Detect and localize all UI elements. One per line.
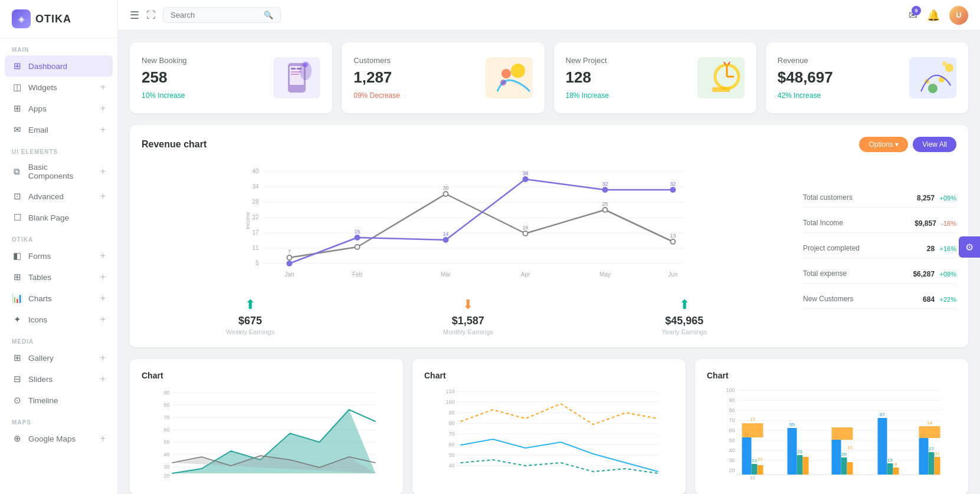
sidebar-item-gallery[interactable]: ⊞ Gallery + bbox=[0, 347, 117, 368]
sidebar-item-timeline[interactable]: ⊙ Timeline bbox=[0, 390, 117, 411]
svg-rect-142 bbox=[919, 438, 929, 475]
timeline-icon: ⊙ bbox=[12, 395, 22, 406]
section-label-maps: MAPS bbox=[0, 411, 117, 428]
options-button[interactable]: Options ▾ bbox=[859, 137, 908, 152]
sidebar-item-advanced[interactable]: ⊡ Advanced + bbox=[0, 186, 117, 207]
svg-text:16: 16 bbox=[522, 225, 528, 230]
mini-chart-2-svg: 110 100 90 80 70 60 50 40 bbox=[424, 386, 674, 480]
mail-badge: 9 bbox=[912, 6, 921, 15]
gallery-plus-icon[interactable]: + bbox=[100, 353, 106, 363]
view-all-button[interactable]: View All bbox=[913, 137, 956, 152]
sidebar-item-email[interactable]: ✉ Email + bbox=[0, 119, 117, 140]
sidebar-label-timeline: Timeline bbox=[28, 396, 58, 405]
email-plus-icon[interactable]: + bbox=[100, 124, 106, 135]
weekly-earnings-icon: ⬆ bbox=[226, 297, 274, 312]
svg-text:Apr: Apr bbox=[521, 271, 530, 278]
google-maps-icon: ⊕ bbox=[12, 433, 22, 444]
sliders-icon: ⊟ bbox=[12, 374, 22, 384]
logo-icon: ◈ bbox=[12, 9, 31, 28]
sidebar-item-widgets[interactable]: ◫ Widgets + bbox=[0, 77, 117, 98]
sidebar-item-tables[interactable]: ⊞ Tables + bbox=[0, 266, 117, 288]
charts-plus-icon[interactable]: + bbox=[100, 293, 106, 304]
stat-total-expense: Total expense $6,287 +09% bbox=[803, 264, 956, 284]
yearly-earnings-value: $45,965 bbox=[662, 315, 707, 327]
sliders-plus-icon[interactable]: + bbox=[100, 374, 106, 384]
svg-text:40: 40 bbox=[163, 452, 169, 457]
sidebar-item-sliders[interactable]: ⊟ Sliders + bbox=[0, 368, 117, 390]
sidebar-item-blank-page[interactable]: ☐ Blank Page bbox=[0, 207, 117, 228]
menu-icon[interactable]: ☰ bbox=[130, 9, 139, 22]
svg-point-45 bbox=[444, 192, 448, 196]
forms-plus-icon[interactable]: + bbox=[100, 251, 106, 261]
yearly-earnings-label: Yearly Earnings bbox=[662, 328, 707, 335]
basic-components-plus-icon[interactable]: + bbox=[100, 166, 106, 177]
weekly-earnings-value: $675 bbox=[226, 315, 274, 327]
advanced-plus-icon[interactable]: + bbox=[100, 191, 106, 202]
widgets-plus-icon[interactable]: + bbox=[100, 82, 106, 93]
svg-text:50: 50 bbox=[729, 437, 735, 443]
sidebar-label-sliders: Sliders bbox=[28, 375, 53, 384]
svg-text:80: 80 bbox=[448, 420, 454, 426]
chart-buttons: Options ▾ View All bbox=[859, 137, 956, 152]
svg-rect-146 bbox=[935, 457, 940, 475]
widgets-icon: ◫ bbox=[12, 82, 22, 93]
svg-text:90: 90 bbox=[729, 397, 735, 403]
sidebar-item-charts[interactable]: 📊 Charts + bbox=[0, 288, 117, 309]
sidebar-item-google-maps[interactable]: ⊕ Google Maps + bbox=[0, 428, 117, 449]
svg-text:13: 13 bbox=[752, 458, 757, 463]
sidebar-label-gallery: Gallery bbox=[28, 354, 54, 363]
mini-chart-1: Chart 90 80 70 60 50 40 30 20 bbox=[130, 359, 403, 494]
svg-text:20: 20 bbox=[729, 467, 735, 473]
sidebar-label-icons: Icons bbox=[28, 315, 47, 324]
svg-text:100: 100 bbox=[445, 399, 454, 405]
sidebar-item-dashboard[interactable]: ⊞ Dashboard bbox=[5, 55, 113, 77]
svg-rect-116 bbox=[742, 437, 752, 475]
monthly-earnings-label: Monthly Earnings bbox=[443, 328, 493, 335]
weekly-earnings: ⬆ $675 Weekly Earnings bbox=[226, 297, 274, 335]
tables-plus-icon[interactable]: + bbox=[100, 272, 106, 282]
basic-components-icon: ⧉ bbox=[12, 166, 22, 177]
svg-rect-118 bbox=[752, 464, 758, 475]
sidebar-item-forms[interactable]: ◧ Forms + bbox=[0, 245, 117, 266]
icons-plus-icon[interactable]: + bbox=[100, 314, 106, 325]
google-maps-plus-icon[interactable]: + bbox=[100, 433, 106, 444]
svg-text:14: 14 bbox=[443, 231, 448, 237]
svg-point-50 bbox=[355, 235, 360, 241]
logo-text: OTIKA bbox=[35, 13, 71, 25]
stat-card-title-booking: New Booking bbox=[142, 56, 187, 65]
svg-text:60: 60 bbox=[163, 427, 169, 433]
expand-icon[interactable]: ⛶ bbox=[146, 10, 156, 21]
stat-card-change-booking: 10% Increase bbox=[142, 91, 187, 100]
svg-point-58 bbox=[670, 187, 676, 193]
stat-card-value-customers: 1,287 bbox=[353, 68, 400, 87]
stat-new-customers: New Customers 684 +22% bbox=[803, 289, 956, 309]
stat-card-illus-customers bbox=[486, 57, 533, 98]
stat-card-change-project: 18% Increase bbox=[566, 91, 609, 100]
tables-icon: ⊞ bbox=[12, 272, 22, 282]
svg-rect-136 bbox=[878, 418, 887, 475]
stat-card-revenue: Revenue $48,697 42% Increase bbox=[766, 42, 968, 113]
svg-text:90: 90 bbox=[163, 390, 169, 396]
sidebar-item-icons[interactable]: ✦ Icons + bbox=[0, 309, 117, 330]
search-box[interactable]: 🔍 bbox=[163, 7, 281, 23]
apps-plus-icon[interactable]: + bbox=[100, 103, 106, 114]
svg-point-52 bbox=[443, 237, 449, 243]
sidebar-label-google-maps: Google Maps bbox=[28, 434, 76, 443]
avatar-initials: U bbox=[956, 11, 961, 19]
settings-fab[interactable]: ⚙ bbox=[959, 236, 980, 258]
sidebar-item-apps[interactable]: ⊞ Apps + bbox=[0, 98, 117, 119]
avatar[interactable]: U bbox=[949, 6, 968, 25]
notification-button[interactable]: 🔔 bbox=[927, 9, 940, 22]
svg-point-54 bbox=[523, 176, 529, 182]
search-input[interactable] bbox=[171, 11, 259, 19]
mail-button[interactable]: ✉ 9 bbox=[909, 9, 917, 22]
svg-text:May: May bbox=[599, 271, 611, 278]
svg-text:15: 15 bbox=[847, 445, 853, 450]
sidebar-item-basic-components[interactable]: ⧉ Basic Components + bbox=[0, 157, 117, 186]
sidebar: ◈ OTIKA MAIN ⊞ Dashboard ◫ Widgets + ⊞ A… bbox=[0, 0, 118, 494]
stat-card-project: New Project 128 18% Increase bbox=[554, 42, 756, 113]
svg-point-46 bbox=[523, 231, 528, 236]
yearly-earnings: ⬆ $45,965 Yearly Earnings bbox=[662, 297, 707, 335]
stat-card-value-project: 128 bbox=[566, 68, 609, 87]
svg-text:Jun: Jun bbox=[668, 271, 677, 278]
